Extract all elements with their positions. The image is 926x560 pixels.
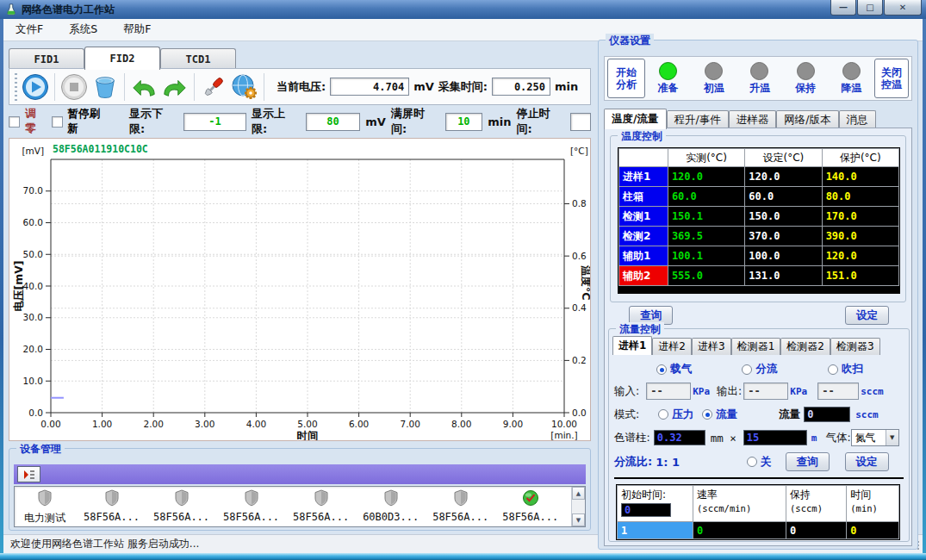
stop-time-field[interactable] — [570, 113, 591, 131]
device-list-view-button[interactable] — [17, 466, 40, 482]
undo-button[interactable] — [128, 72, 159, 103]
device-item[interactable]: 58F56A... — [293, 489, 349, 523]
device-item[interactable]: 58F56A... — [502, 489, 558, 523]
temp-table-row[interactable]: 辅助2555.0131.0151.0 — [619, 266, 899, 286]
purge-gas-radio[interactable] — [828, 364, 838, 375]
device-label: 58F56A... — [502, 511, 558, 523]
flow-mode-radio[interactable] — [702, 409, 712, 420]
measured-flow-field[interactable]: -- — [817, 383, 859, 400]
output-pressure-field[interactable]: -- — [743, 383, 788, 400]
display-upper-field[interactable]: 80 — [306, 113, 361, 131]
wrench-icon — [201, 74, 227, 100]
flow-tab-injector2[interactable]: 进样2 — [652, 338, 692, 355]
device-item[interactable]: 58F56A... — [223, 489, 279, 523]
maximize-button[interactable]: □ — [857, 0, 883, 16]
carrier-gas-radio[interactable] — [656, 364, 667, 375]
svg-text:4.00: 4.00 — [246, 419, 266, 429]
menu-item-help[interactable]: 帮助F — [123, 22, 151, 37]
temp-table-row[interactable]: 柱箱60.060.080.0 — [619, 187, 899, 207]
device-label: 电力测试 — [24, 511, 65, 526]
chromatogram-chart[interactable]: 0.010.020.030.040.050.060.070.00.00.20.4… — [9, 139, 590, 440]
flow-tab-injector1[interactable]: 进样1 — [612, 336, 652, 355]
temp-header-measured: 实测(°C) — [668, 149, 744, 167]
program-time-cell[interactable]: 0 — [847, 522, 899, 539]
scroll-down-button[interactable]: ▼ — [572, 513, 585, 526]
device-item[interactable]: 60B0D3... — [363, 489, 419, 523]
temp-table-row[interactable]: 检测2369.5370.0390.0 — [619, 227, 899, 246]
flow-tab-detector1[interactable]: 检测器1 — [731, 338, 781, 355]
device-item[interactable]: 58F56A... — [153, 489, 209, 523]
pressure-mode-radio[interactable] — [658, 409, 668, 420]
svg-text:9.00: 9.00 — [503, 419, 523, 429]
set-temp-cell: 120.0 — [745, 167, 822, 187]
program-row[interactable]: 1 0 0 0 — [618, 522, 899, 539]
device-item[interactable]: 电力测试 — [20, 489, 70, 526]
flow-program-table: 初始时间: 0 速率(sccm/min) 保持(sccm) 时间(min) 1 — [616, 484, 900, 540]
split-gas-radio[interactable] — [742, 364, 752, 375]
tab-temp-flow[interactable]: 温度/流量 — [604, 109, 667, 129]
current-voltage-field[interactable]: 4.704 — [330, 78, 409, 96]
gas-label: 气体: — [825, 431, 850, 445]
tab-fid2[interactable]: FID2 — [84, 47, 160, 70]
toolbar-grip[interactable] — [15, 73, 17, 101]
gas-select[interactable]: 氮气 ▼ — [851, 429, 899, 446]
tab-network-version[interactable]: 网络/版本 — [776, 110, 838, 129]
temp-table-row[interactable]: 检测1150.1150.0170.0 — [619, 207, 899, 227]
device-item[interactable]: 58F56A... — [432, 489, 488, 523]
menu-item-system[interactable]: 系统S — [69, 22, 97, 37]
device-item[interactable]: 58F56A... — [84, 489, 140, 523]
minimize-button[interactable]: — — [830, 0, 856, 16]
app-window: 网络色谱电力工作站 — □ ✕ 文件F 系统S 帮助F FID1 FID2 TC… — [0, 0, 926, 560]
app-icon — [5, 3, 17, 16]
zero-checkbox[interactable] — [9, 116, 20, 128]
flow-query-button[interactable]: 查询 — [786, 452, 830, 471]
rate-header: 速率 — [697, 488, 718, 501]
start-acquisition-button[interactable] — [20, 72, 51, 103]
display-lower-field[interactable]: -1 — [183, 113, 246, 131]
protect-temp-cell: 390.0 — [822, 227, 898, 246]
tab-injector[interactable]: 进样器 — [729, 110, 777, 129]
temp-set-button[interactable]: 设定 — [845, 306, 889, 325]
initial-time-field[interactable]: 0 — [621, 503, 671, 517]
svg-text:60.0: 60.0 — [23, 217, 43, 227]
carrier-gas-label: 载气 — [670, 362, 692, 376]
program-rate-cell[interactable]: 0 — [693, 522, 786, 539]
device-list-scrollbar[interactable]: ▲ ▼ — [571, 487, 585, 526]
tab-tcd1[interactable]: TCD1 — [160, 48, 236, 69]
program-hold-cell[interactable]: 0 — [786, 522, 847, 539]
indicator-lamp-icon — [750, 62, 768, 80]
tab-program-events[interactable]: 程升/事件 — [667, 110, 729, 129]
tab-messages[interactable]: 消息 — [839, 110, 876, 129]
flow-set-button[interactable]: 设定 — [845, 452, 889, 471]
flow-tab-detector2[interactable]: 检测器2 — [780, 338, 830, 355]
network-settings-button[interactable] — [229, 72, 260, 103]
column-length-field[interactable]: 15 — [743, 430, 807, 445]
temp-table-row[interactable]: 辅助1100.1100.0120.0 — [619, 246, 899, 266]
scroll-up-button[interactable]: ▲ — [572, 487, 585, 500]
redo-button[interactable] — [159, 72, 190, 103]
temp-table-row[interactable]: 进样1120.0120.0140.0 — [619, 167, 899, 187]
full-screen-time-field[interactable]: 10 — [445, 113, 483, 131]
start-analysis-button[interactable]: 开始 分析 — [607, 59, 645, 98]
flow-tab-injector3[interactable]: 进样3 — [692, 338, 731, 355]
split-off-radio[interactable] — [747, 457, 757, 467]
pause-refresh-checkbox[interactable] — [52, 116, 63, 128]
menu-item-file[interactable]: 文件F — [16, 22, 43, 37]
acq-time-field[interactable]: 0.250 — [492, 78, 550, 96]
column-diameter-field[interactable]: 0.32 — [654, 430, 705, 445]
temp-control-title: 温度控制 — [618, 129, 666, 144]
device-icon — [243, 489, 260, 510]
config-button[interactable] — [198, 72, 229, 103]
close-temp-control-button[interactable]: 关闭 控温 — [874, 59, 909, 98]
tab-fid1[interactable]: FID1 — [9, 48, 84, 69]
window-title: 网络色谱电力工作站 — [22, 3, 115, 17]
stop-acquisition-button[interactable] — [59, 72, 90, 103]
flow-setpoint-field[interactable]: 0 — [804, 407, 850, 422]
program-step-index[interactable]: 1 — [618, 522, 693, 539]
hold-unit: (sccm) — [790, 503, 823, 513]
close-button[interactable]: ✕ — [884, 0, 922, 16]
clear-data-button[interactable] — [90, 72, 121, 103]
flow-tab-detector3[interactable]: 检测器3 — [830, 338, 880, 355]
input-pressure-field[interactable]: -- — [646, 383, 691, 400]
flow-setpoint-unit: sccm — [855, 409, 879, 420]
